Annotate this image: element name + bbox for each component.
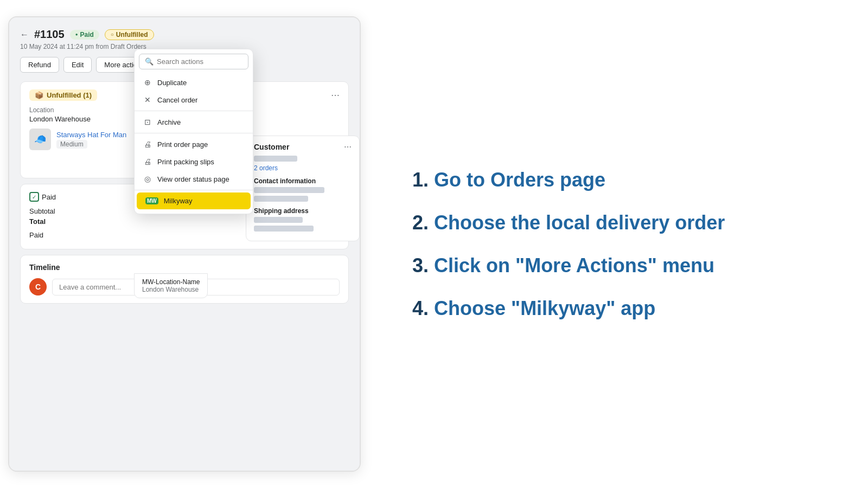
cancel-label: Cancel order (157, 96, 197, 104)
unfulfilled-badge: Unfulfilled (105, 29, 154, 40)
right-panel: 1. Go to Orders page 2. Choose the local… (369, 136, 868, 353)
duplicate-label: Duplicate (157, 79, 187, 87)
view-status-icon: ◎ (143, 175, 152, 183)
archive-icon: ⊡ (143, 118, 152, 126)
package-icon: 📦 (35, 91, 43, 99)
archive-label: Archive (157, 118, 181, 126)
archive-item[interactable]: ⊡ Archive (135, 113, 253, 131)
print-packing-item[interactable]: 🖨 Print packing slips (135, 153, 253, 170)
dropdown-search-container: 🔍 (139, 54, 248, 69)
product-info: Starways Hat For Man Medium (56, 131, 126, 149)
subtotal-label: Subtotal (29, 207, 55, 215)
step-3-text: Click on "More Actions" menu (434, 254, 714, 277)
duplicate-icon: ⊕ (143, 78, 152, 87)
user-avatar: C (29, 278, 47, 296)
duplicate-item[interactable]: ⊕ Duplicate (135, 74, 253, 91)
left-panel: ← #1105 Paid Unfulfilled 10 May 2024 at … (0, 0, 369, 488)
customer-header: Customer ⋯ (254, 143, 352, 151)
step-1-num: 1. (412, 169, 429, 191)
milkyway-label: Milkyway (164, 197, 193, 205)
milkyway-item[interactable]: MW Milkyway (137, 192, 251, 209)
timeline-title: Timeline (29, 263, 340, 272)
unfulfilled-status-badge: 📦 Unfulfilled (1) (29, 89, 97, 101)
customer-section: Customer ⋯ 2 orders Contact information … (246, 136, 360, 241)
more-options-icon[interactable]: ⋯ (331, 90, 340, 100)
print-order-item[interactable]: 🖨 Print order page (135, 136, 253, 153)
email-blurred (254, 187, 324, 193)
print-order-icon: 🖨 (143, 140, 152, 149)
mw-location-value: London Warehouse (142, 286, 200, 293)
paid-badge: Paid (70, 30, 99, 40)
step-4-text: Choose "Milkyway" app (434, 297, 655, 319)
search-icon: 🔍 (145, 57, 154, 66)
instruction-1: 1. Go to Orders page (412, 168, 825, 191)
order-page: ← #1105 Paid Unfulfilled 10 May 2024 at … (9, 17, 360, 471)
step-2-text: Choose the local delivery order (434, 211, 725, 234)
cancel-icon: ✕ (143, 95, 152, 104)
customer-name-blurred (254, 156, 297, 162)
shopify-card: ← #1105 Paid Unfulfilled 10 May 2024 at … (8, 16, 361, 472)
back-arrow-icon[interactable]: ← (20, 30, 29, 40)
mw-location-name: MW-Location-Name (142, 278, 200, 286)
customer-title: Customer (254, 143, 289, 151)
instruction-list: 1. Go to Orders page 2. Choose the local… (412, 168, 825, 320)
contact-info-title: Contact information (254, 177, 352, 185)
cancel-order-item[interactable]: ✕ Cancel order (135, 91, 253, 108)
view-status-item[interactable]: ◎ View order status page (135, 170, 253, 188)
product-thumbnail: 🧢 (29, 129, 51, 150)
address-blurred-2 (254, 226, 314, 232)
phone-blurred (254, 196, 308, 202)
more-actions-dropdown: 🔍 ⊕ Duplicate ✕ Cancel order ⊡ Archive (134, 49, 253, 214)
print-packing-icon: 🖨 (143, 157, 152, 166)
print-packing-label: Print packing slips (157, 158, 214, 166)
refund-button[interactable]: Refund (20, 57, 59, 73)
product-icon: 🧢 (34, 133, 46, 145)
paid-label: Paid (42, 193, 56, 201)
step-3-num: 3. (412, 254, 429, 277)
mw-location-block: MW-Location-Name London Warehouse (134, 273, 208, 298)
customer-card: Customer ⋯ 2 orders Contact information … (246, 136, 360, 241)
print-order-label: Print order page (157, 140, 208, 149)
dropdown-divider-3 (135, 190, 253, 190)
step-4-num: 4. (412, 297, 429, 319)
instruction-3: 3. Click on "More Actions" menu (412, 254, 825, 277)
search-actions-input[interactable] (157, 57, 242, 66)
customer-orders[interactable]: 2 orders (254, 164, 352, 172)
view-status-label: View order status page (157, 175, 229, 183)
unfulfilled-title: Unfulfilled (1) (47, 91, 92, 99)
milkyway-icon: MW (145, 197, 158, 204)
instruction-4: 4. Choose "Milkyway" app (412, 297, 825, 320)
shipping-title: Shipping address (254, 207, 352, 215)
step-1-text: Go to Orders page (434, 169, 605, 191)
step-2-num: 2. (412, 211, 429, 234)
product-name[interactable]: Starways Hat For Man (56, 131, 126, 139)
dropdown-divider-1 (135, 111, 253, 111)
paid-check-icon: ✓ (29, 192, 39, 202)
dropdown-divider-2 (135, 133, 253, 133)
order-number: #1105 (34, 28, 65, 41)
total-label: Total (29, 217, 46, 226)
instruction-2: 2. Choose the local delivery order (412, 211, 825, 234)
address-blurred-1 (254, 217, 303, 223)
product-variant: Medium (56, 140, 87, 149)
paid-row-label: Paid (29, 231, 43, 239)
customer-more-icon[interactable]: ⋯ (344, 143, 352, 151)
order-header: ← #1105 Paid Unfulfilled (20, 28, 349, 41)
edit-button[interactable]: Edit (63, 57, 92, 73)
